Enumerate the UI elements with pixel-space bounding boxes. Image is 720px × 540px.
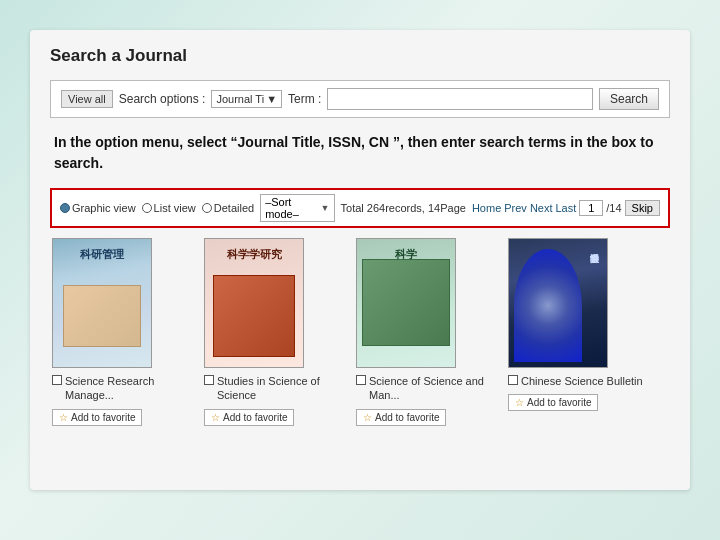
favorite-icon-2: ☆	[211, 412, 220, 423]
detailed-view-radio[interactable]: Detailed	[202, 202, 254, 214]
journal-name-3: Science of Science and Man...	[369, 374, 496, 403]
journal-cover-1	[52, 238, 152, 368]
journal-item-3: Science of Science and Man... ☆ Add to f…	[356, 238, 496, 426]
cover-image-2	[204, 238, 304, 368]
home-link[interactable]: Home	[472, 202, 501, 214]
pagination: Home Prev Next Last /14 Skip	[472, 200, 660, 216]
cover-image-4	[508, 238, 608, 368]
cover-image-3	[356, 238, 456, 368]
detailed-radio-dot	[202, 203, 212, 213]
next-link[interactable]: Next	[530, 202, 553, 214]
graphic-view-radio[interactable]: Graphic view	[60, 202, 136, 214]
journal-item-4: Chinese Science Bulletin ☆ Add to favori…	[508, 238, 648, 426]
journal-checkbox-4[interactable]	[508, 375, 518, 385]
view-all-button[interactable]: View all	[61, 90, 113, 108]
list-view-radio-dot	[142, 203, 152, 213]
page-title: Search a Journal	[50, 46, 670, 66]
term-input[interactable]	[327, 88, 593, 110]
list-view-radio[interactable]: List view	[142, 202, 196, 214]
main-card: Search a Journal View all Search options…	[30, 30, 690, 490]
journal-checkbox-row-4: Chinese Science Bulletin	[508, 374, 648, 388]
favorite-icon-1: ☆	[59, 412, 68, 423]
journal-checkbox-2[interactable]	[204, 375, 214, 385]
add-favorite-button-3[interactable]: ☆ Add to favorite	[356, 409, 446, 426]
add-favorite-button-1[interactable]: ☆ Add to favorite	[52, 409, 142, 426]
journal-cover-4	[508, 238, 608, 368]
instruction-text: In the option menu, select “Journal Titl…	[50, 132, 670, 174]
dropdown-arrow-icon: ▼	[266, 93, 277, 105]
favorite-icon-4: ☆	[515, 397, 524, 408]
records-info: Total 264records, 14Page	[341, 202, 466, 214]
favorite-icon-3: ☆	[363, 412, 372, 423]
sort-dropdown[interactable]: –Sort mode– ▼	[260, 194, 334, 222]
sort-arrow-icon: ▼	[321, 203, 330, 213]
search-bar: View all Search options : Journal Ti ▼ T…	[50, 80, 670, 118]
journals-grid: Science Research Manage... ☆ Add to favo…	[50, 238, 670, 426]
journal-checkbox-row-3: Science of Science and Man...	[356, 374, 496, 403]
journal-checkbox-row-1: Science Research Manage...	[52, 374, 192, 403]
total-pages: /14	[606, 202, 621, 214]
journal-name-1: Science Research Manage...	[65, 374, 192, 403]
journal-cover-3	[356, 238, 456, 368]
journal-cover-2	[204, 238, 304, 368]
journal-item: Science Research Manage... ☆ Add to favo…	[52, 238, 192, 426]
page-number-input[interactable]	[579, 200, 603, 216]
skip-button[interactable]: Skip	[625, 200, 660, 216]
search-button[interactable]: Search	[599, 88, 659, 110]
results-toolbar: Graphic view List view Detailed –Sort mo…	[50, 188, 670, 228]
add-favorite-button-2[interactable]: ☆ Add to favorite	[204, 409, 294, 426]
last-link[interactable]: Last	[556, 202, 577, 214]
cover-image-1	[52, 238, 152, 368]
journal-checkbox-row-2: Studies in Science of Science	[204, 374, 344, 403]
journal-type-dropdown[interactable]: Journal Ti ▼	[211, 90, 282, 108]
graphic-view-radio-dot	[60, 203, 70, 213]
journal-item-2: Studies in Science of Science ☆ Add to f…	[204, 238, 344, 426]
journal-name-4: Chinese Science Bulletin	[521, 374, 643, 388]
journal-name-2: Studies in Science of Science	[217, 374, 344, 403]
journal-checkbox-3[interactable]	[356, 375, 366, 385]
term-label: Term :	[288, 92, 321, 106]
prev-link[interactable]: Prev	[504, 202, 527, 214]
add-favorite-button-4[interactable]: ☆ Add to favorite	[508, 394, 598, 411]
journal-checkbox-1[interactable]	[52, 375, 62, 385]
search-options-label: Search options :	[119, 92, 206, 106]
